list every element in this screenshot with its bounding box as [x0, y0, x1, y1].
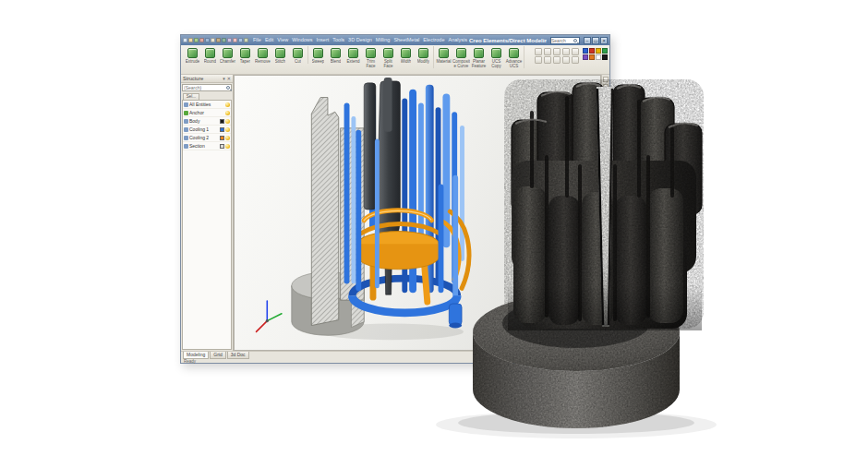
structure-panel-title: Structure	[183, 76, 221, 81]
entity-color-swatch[interactable]	[220, 144, 224, 149]
menu-item[interactable]: Edit	[265, 35, 273, 45]
structure-tree-row[interactable]: Cooling 1	[183, 126, 231, 134]
qat-icon[interactable]	[233, 38, 237, 42]
toolbar-icon	[187, 48, 198, 58]
toolbar-button[interactable]: Extrude	[184, 46, 201, 64]
menu-item[interactable]: SheetMetal	[393, 35, 419, 45]
toolbar-icon	[348, 48, 358, 58]
menu-item[interactable]: Milling	[376, 35, 391, 45]
structure-search[interactable]	[182, 84, 232, 91]
entity-icon	[184, 136, 188, 140]
toolbar-button[interactable]: Round	[201, 46, 219, 64]
fit-view-icon[interactable]	[553, 48, 561, 55]
workspace-tab[interactable]: 3d Doc	[227, 352, 249, 359]
qat-icon[interactable]	[183, 38, 187, 42]
color-swatch[interactable]	[596, 48, 601, 54]
entity-label: All Entities	[189, 102, 219, 107]
toolbar-button[interactable]: Cut	[289, 46, 307, 64]
qat-icon[interactable]	[205, 38, 210, 42]
structure-panel: Structure ▾ ✕ Sel... All Entities	[181, 75, 234, 351]
structure-tree-row[interactable]: Cooling 2	[183, 134, 231, 142]
close-button[interactable]: ✕	[600, 37, 608, 44]
color-swatch[interactable]	[602, 48, 608, 54]
toolbar-label: Blend	[331, 59, 342, 64]
structure-tree-row[interactable]: Section	[183, 142, 231, 150]
workspace-tab[interactable]: Grid	[210, 352, 225, 359]
panel-close-icon[interactable]: ✕	[227, 76, 231, 82]
toolbar-label: Extend	[346, 59, 359, 64]
color-swatch[interactable]	[589, 48, 595, 54]
maximize-button[interactable]: ▭	[592, 37, 599, 44]
menu-item[interactable]: Electrode	[423, 35, 444, 45]
shade-mode-icon[interactable]	[572, 48, 579, 55]
entity-icon	[184, 111, 188, 115]
structure-tree-row[interactable]: All Entities	[183, 101, 231, 109]
visibility-bulb-icon[interactable]	[225, 127, 230, 132]
menu-item[interactable]: Analysis	[448, 35, 466, 45]
entity-icon	[184, 102, 188, 107]
toolbar-button[interactable]: Remove	[254, 46, 271, 64]
selection-filter-tab[interactable]: Sel...	[183, 93, 199, 100]
zoom-in-icon[interactable]	[535, 48, 542, 55]
entity-color-swatch[interactable]	[220, 136, 224, 140]
qat-icon[interactable]	[222, 38, 226, 42]
menu-item[interactable]: File	[253, 35, 261, 45]
toolbar-button[interactable]: Split Face	[380, 46, 397, 68]
toolbar-label: Extrude	[186, 59, 200, 64]
visibility-bulb-icon[interactable]	[225, 102, 230, 107]
visibility-bulb-icon[interactable]	[225, 119, 230, 124]
rotate-view-icon[interactable]	[562, 48, 570, 55]
qat-icon[interactable]	[194, 38, 199, 42]
minimize-button[interactable]: –	[584, 37, 591, 44]
toolbar-label: Trim Face	[362, 59, 380, 68]
structure-search-input[interactable]	[184, 85, 226, 90]
zoom-out-icon[interactable]	[544, 48, 551, 55]
qat-icon[interactable]	[227, 38, 232, 42]
toolbar-button[interactable]: Blend	[327, 46, 344, 68]
toolbar-label: Sweep	[312, 59, 325, 64]
color-swatch[interactable]	[583, 48, 588, 54]
titlebar-search[interactable]	[550, 37, 580, 44]
visibility-bulb-icon[interactable]	[225, 136, 230, 140]
part-surface-texture	[462, 78, 720, 436]
workspace-tab[interactable]: Modeling	[183, 352, 209, 359]
search-input[interactable]	[551, 38, 573, 43]
entity-color-swatch[interactable]	[220, 119, 224, 124]
toolbar-button[interactable]: Width	[397, 46, 415, 68]
qat-icon[interactable]	[216, 38, 221, 42]
toolbar-button[interactable]: Sweep	[309, 46, 327, 68]
qat-icon[interactable]	[244, 38, 248, 42]
menu-item[interactable]: Insert	[317, 35, 330, 45]
entity-label: Cooling 1	[189, 126, 219, 132]
quick-access-toolbar[interactable]	[183, 38, 248, 42]
titlebar[interactable]: FileEditViewWindowsInsertTools3D DesignM…	[181, 35, 609, 45]
toolbar-icon	[275, 48, 285, 58]
toolbar-icon	[418, 48, 428, 58]
qat-icon[interactable]	[211, 38, 215, 42]
menu-item[interactable]: View	[277, 35, 288, 45]
visibility-bulb-icon[interactable]	[225, 144, 230, 149]
structure-panel-header[interactable]: Structure ▾ ✕	[181, 75, 233, 83]
menu-item[interactable]: 3D Design	[348, 35, 372, 45]
toolbar-icon	[205, 48, 215, 58]
toolbar-button[interactable]: Stitch	[271, 46, 289, 64]
entity-label: Anchor	[189, 110, 219, 115]
orientation-triad[interactable]	[257, 301, 282, 331]
toolbar-button[interactable]: Chamfer	[219, 46, 236, 64]
visibility-bulb-icon[interactable]	[225, 111, 230, 115]
entity-color-swatch[interactable]	[220, 127, 224, 132]
menu-item[interactable]: Tools	[332, 35, 344, 45]
toolbar-button[interactable]: Trim Face	[362, 46, 380, 68]
menu-item[interactable]: Windows	[292, 35, 312, 45]
toolbar-button[interactable]: Modify	[415, 46, 432, 68]
structure-tree-row[interactable]: Anchor	[183, 109, 231, 117]
menu-bar[interactable]: FileEditViewWindowsInsertTools3D DesignM…	[253, 35, 469, 45]
qat-icon[interactable]	[238, 38, 243, 42]
structure-tree-row[interactable]: Body	[183, 117, 231, 126]
toolbar-button[interactable]: Extend	[344, 46, 362, 68]
pin-icon[interactable]: ▾	[223, 76, 225, 82]
qat-icon[interactable]	[199, 38, 204, 42]
toolbar-label: Round	[204, 59, 216, 64]
toolbar-button[interactable]: Taper	[236, 46, 254, 64]
qat-icon[interactable]	[188, 38, 193, 42]
